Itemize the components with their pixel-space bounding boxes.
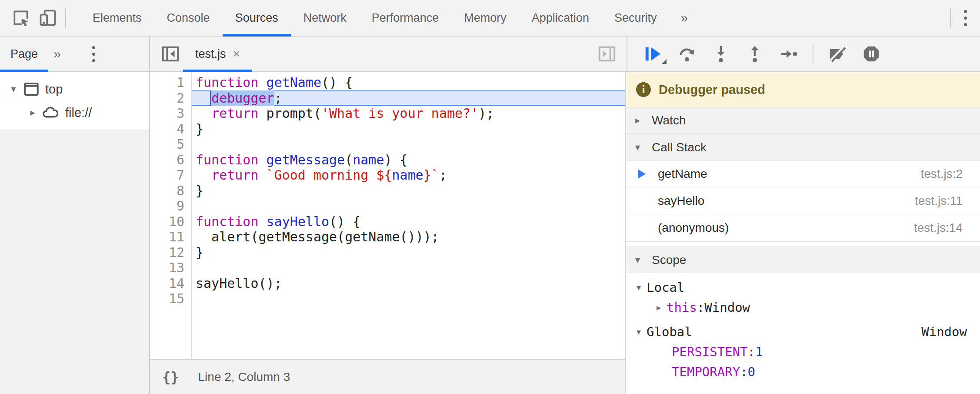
code-line-9[interactable]: 9 (150, 198, 625, 214)
chevron-right-icon[interactable]: ▸ (651, 302, 667, 313)
line-number[interactable]: 2 (150, 90, 191, 106)
collapse-navigator-icon[interactable] (160, 44, 180, 64)
chevron-right-icon[interactable]: ▸ (25, 107, 40, 118)
chevron-down-icon[interactable]: ▾ (631, 327, 647, 337)
line-number[interactable]: 9 (150, 198, 191, 214)
source-editor[interactable]: 1function getName() {2 debugger;3 return… (150, 72, 626, 394)
frame-location[interactable]: test.js:11 (915, 194, 963, 208)
more-panels-chevron[interactable]: » (669, 10, 699, 25)
line-content[interactable] (191, 137, 625, 152)
section-scope[interactable]: ▾ Scope (627, 247, 980, 273)
panel-tab-memory[interactable]: Memory (451, 0, 519, 36)
line-number[interactable]: 3 (150, 106, 191, 121)
panel-tab-console[interactable]: Console (154, 0, 223, 36)
code-line-6[interactable]: 6function getMessage(name) { (150, 152, 625, 168)
devtools-main-toolbar: ElementsConsoleSourcesNetworkPerformance… (0, 0, 980, 37)
frame-location[interactable]: test.js:14 (914, 221, 963, 235)
line-number[interactable]: 1 (150, 75, 191, 90)
line-content[interactable]: return prompt('What is your name?'); (191, 106, 625, 121)
panel-tab-application[interactable]: Application (519, 0, 602, 36)
panel-tab-security[interactable]: Security (602, 0, 670, 36)
tree-item-top[interactable]: ▾top (0, 77, 149, 101)
panel-tab-sources[interactable]: Sources (223, 0, 291, 36)
chevron-down-icon[interactable]: ▾ (6, 83, 21, 95)
preview-panel-icon[interactable] (597, 44, 617, 64)
line-number[interactable]: 6 (150, 152, 191, 168)
chevron-down-icon[interactable]: ▾ (631, 282, 647, 293)
line-number[interactable]: 7 (150, 167, 191, 183)
line-content[interactable] (191, 260, 625, 276)
line-number[interactable]: 12 (150, 245, 191, 260)
code-line-4[interactable]: 4} (150, 121, 625, 137)
step-into-icon[interactable] (711, 44, 731, 64)
line-number[interactable]: 15 (150, 291, 191, 307)
panel-tab-elements[interactable]: Elements (80, 0, 154, 36)
frame-location[interactable]: test.js:2 (921, 167, 963, 181)
code-line-10[interactable]: 10function sayHello() { (150, 214, 625, 230)
call-stack-frame[interactable]: (anonymous)test.js:14 (627, 214, 980, 241)
section-watch[interactable]: ▸ Watch (627, 107, 980, 134)
code-line-3[interactable]: 3 return prompt('What is your name?'); (150, 106, 625, 121)
tab-test-js[interactable]: test.js × (183, 37, 252, 71)
code-line-5[interactable]: 5 (150, 137, 625, 152)
debugger-sidebar: i Debugger paused ▸ Watch ▾ Call Stack g… (627, 72, 980, 394)
call-stack-frame[interactable]: getNametest.js:2 (627, 160, 980, 187)
tree-item-label: file:// (65, 106, 92, 120)
step-over-icon[interactable] (677, 44, 697, 64)
line-content[interactable]: debugger; (191, 90, 625, 106)
code-line-8[interactable]: 8} (150, 183, 625, 199)
panel-tab-performance[interactable]: Performance (359, 0, 452, 36)
line-content[interactable]: alert(getMessage(getName())); (191, 229, 625, 245)
line-content[interactable]: function getMessage(name) { (191, 152, 625, 168)
line-number[interactable]: 5 (150, 137, 191, 152)
line-content[interactable]: sayHello(); (191, 276, 625, 291)
line-number[interactable]: 4 (150, 121, 191, 137)
tab-page[interactable]: Page (0, 37, 48, 71)
resume-script-execution-icon[interactable] (643, 44, 663, 64)
line-content[interactable]: function getName() { (191, 75, 625, 90)
line-content[interactable]: } (191, 183, 625, 199)
line-number[interactable]: 8 (150, 183, 191, 199)
line-content[interactable]: } (191, 121, 625, 137)
scope-row-global[interactable]: ▾GlobalWindow (627, 322, 980, 342)
navigator-menu-icon[interactable] (79, 46, 108, 62)
pause-on-exceptions-icon[interactable] (861, 44, 881, 64)
scope-row-this[interactable]: ▸this: Window (627, 297, 980, 317)
call-stack-frame[interactable]: sayHellotest.js:11 (627, 187, 980, 214)
line-content[interactable]: return `Good morning ${name}`; (191, 167, 625, 183)
code-line-11[interactable]: 11 alert(getMessage(getName())); (150, 229, 625, 245)
code-line-15[interactable]: 15 (150, 291, 625, 307)
code-line-13[interactable]: 13 (150, 260, 625, 276)
line-number[interactable]: 14 (150, 276, 191, 291)
deactivate-breakpoints-icon[interactable] (827, 44, 847, 64)
line-content[interactable]: function sayHello() { (191, 214, 625, 230)
code-line-14[interactable]: 14sayHello(); (150, 276, 625, 291)
line-content[interactable] (191, 291, 625, 307)
code-line-12[interactable]: 12} (150, 245, 625, 260)
code-line-7[interactable]: 7 return `Good morning ${name}`; (150, 167, 625, 183)
code-line-1[interactable]: 1function getName() { (150, 75, 625, 90)
device-toolbar-icon[interactable] (38, 8, 57, 27)
scope-row-local[interactable]: ▾Local (627, 277, 980, 297)
scope-row-persistent[interactable]: PERSISTENT: 1 (627, 342, 980, 362)
devtools-menu-icon[interactable] (951, 10, 980, 26)
section-call-stack[interactable]: ▾ Call Stack (627, 134, 980, 160)
tree-item-file[interactable]: ▸file:// (0, 101, 149, 124)
step-out-icon[interactable] (745, 44, 765, 64)
line-content[interactable] (191, 198, 625, 214)
paused-token: debugger (210, 90, 274, 106)
step-icon[interactable] (779, 44, 799, 64)
line-content[interactable]: } (191, 245, 625, 260)
code-line-2[interactable]: 2 debugger; (150, 90, 625, 106)
line-number[interactable]: 11 (150, 229, 191, 245)
pretty-print-icon[interactable]: {} (162, 369, 179, 385)
scope-row-temporary[interactable]: TEMPORARY: 0 (627, 362, 980, 382)
line-number[interactable]: 10 (150, 214, 191, 230)
scope-property-name: TEMPORARY (672, 364, 740, 379)
navigator-more-tabs-chevron[interactable]: » (53, 47, 61, 61)
close-tab-icon[interactable]: × (233, 47, 240, 61)
line-number[interactable]: 13 (150, 260, 191, 276)
panel-tab-network[interactable]: Network (291, 0, 359, 36)
inspect-element-icon[interactable] (11, 8, 30, 27)
code-area[interactable]: 1function getName() {2 debugger;3 return… (150, 72, 625, 359)
